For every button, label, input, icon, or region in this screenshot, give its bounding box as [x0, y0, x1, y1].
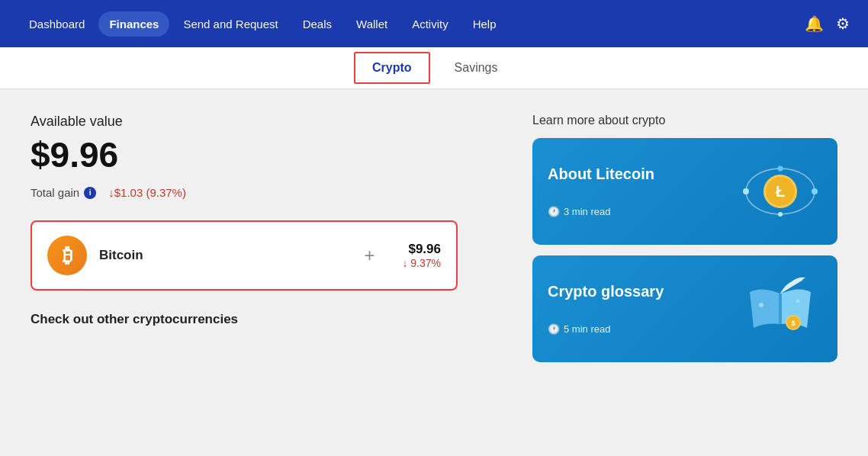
gain-value: ↓$1.03 (9.37%): [108, 186, 186, 199]
svg-rect-8: [779, 294, 782, 324]
main-content: Available value $9.96 Total gain i ↓$1.0…: [0, 89, 868, 455]
settings-gear-icon[interactable]: ⚙: [836, 14, 850, 33]
info-icon[interactable]: i: [84, 187, 96, 199]
svg-point-1: [743, 188, 749, 194]
tabs-bar: Crypto Savings: [0, 47, 868, 89]
total-gain-text: Total gain: [31, 186, 79, 199]
right-panel: Learn more about crypto About Litecoin 🕐…: [532, 114, 837, 431]
bitcoin-percent-change: ↓ 9.37%: [402, 257, 441, 269]
nav-item-dashboard[interactable]: Dashboard: [18, 11, 95, 37]
glossary-card-title: Crypto glossary: [548, 283, 664, 300]
bitcoin-icon: ₿: [47, 236, 87, 275]
svg-point-12: [759, 303, 764, 307]
svg-text:$: $: [791, 320, 795, 327]
litecoin-card-text: About Litecoin 🕐 3 min read: [548, 165, 654, 217]
available-value: $9.96: [31, 134, 502, 175]
tab-crypto[interactable]: Crypto: [354, 52, 430, 84]
bitcoin-card[interactable]: ₿ Bitcoin + $9.96 ↓ 9.37%: [31, 220, 458, 291]
clock-icon-2: 🕐: [548, 323, 560, 335]
add-crypto-button[interactable]: +: [349, 245, 390, 266]
nav-item-finances[interactable]: Finances: [98, 11, 169, 37]
total-gain-label: Total gain i: [31, 186, 96, 199]
main-nav: Dashboard Finances Send and Request Deal…: [0, 0, 868, 47]
bitcoin-name: Bitcoin: [99, 248, 336, 263]
glossary-read-time: 🕐 5 min read: [548, 323, 664, 335]
nav-item-send-request[interactable]: Send and Request: [172, 11, 288, 37]
total-gain-row: Total gain i ↓$1.03 (9.37%): [31, 186, 502, 199]
nav-icons: 🔔 ⚙: [805, 14, 850, 33]
check-other-cryptocurrencies: Check out other cryptocurrencies: [31, 312, 502, 327]
nav-items: Dashboard Finances Send and Request Deal…: [18, 11, 805, 37]
bitcoin-usd-value: $9.96: [402, 242, 441, 257]
litecoin-card-title: About Litecoin: [548, 165, 654, 183]
notification-bell-icon[interactable]: 🔔: [805, 14, 824, 33]
nav-item-wallet[interactable]: Wallet: [346, 11, 398, 37]
svg-point-3: [778, 166, 783, 172]
bitcoin-values: $9.96 ↓ 9.37%: [402, 242, 441, 269]
svg-text:Ł: Ł: [776, 183, 785, 200]
learn-more-title: Learn more about crypto: [532, 114, 837, 127]
litecoin-illustration: Ł: [738, 153, 822, 230]
svg-point-13: [796, 300, 800, 303]
nav-item-deals[interactable]: Deals: [292, 11, 342, 37]
nav-item-activity[interactable]: Activity: [401, 11, 459, 37]
glossary-illustration: $: [738, 271, 822, 347]
nav-item-help[interactable]: Help: [462, 11, 507, 37]
learn-card-glossary[interactable]: Crypto glossary 🕐 5 min read: [532, 255, 837, 362]
svg-point-4: [778, 212, 783, 217]
litecoin-read-time: 🕐 3 min read: [548, 206, 654, 217]
glossary-read-time-text: 5 min read: [564, 323, 610, 335]
clock-icon: 🕐: [548, 206, 560, 217]
tab-savings[interactable]: Savings: [433, 47, 519, 88]
svg-point-2: [812, 188, 818, 194]
glossary-card-text: Crypto glossary 🕐 5 min read: [548, 283, 664, 335]
litecoin-read-time-text: 3 min read: [564, 206, 610, 217]
available-label: Available value: [31, 114, 502, 130]
left-panel: Available value $9.96 Total gain i ↓$1.0…: [31, 114, 532, 431]
learn-card-litecoin[interactable]: About Litecoin 🕐 3 min read Ł: [532, 138, 837, 245]
